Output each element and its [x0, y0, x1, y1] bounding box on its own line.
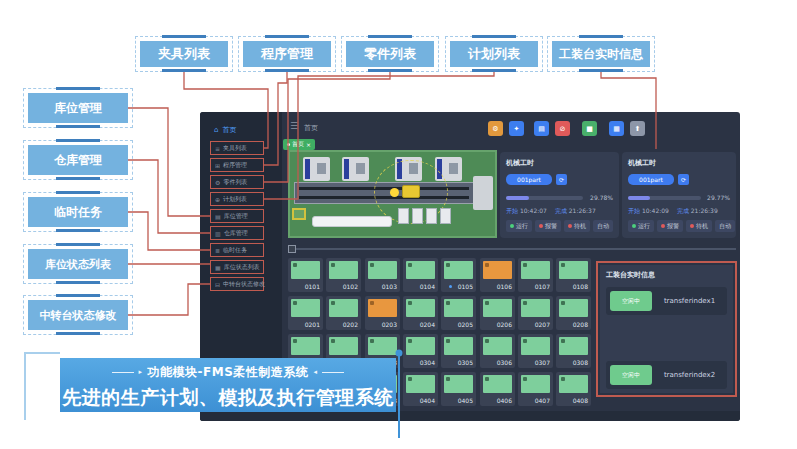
tab-home[interactable]: 首页 × — [283, 139, 315, 150]
collapse-sidebar-icon[interactable]: ☰ — [290, 121, 298, 131]
storage-tile[interactable]: 0108 — [556, 258, 591, 292]
slot-number: 0108 — [573, 283, 588, 290]
gear-icon: ⚙ — [215, 179, 220, 186]
setup-station-2 — [412, 208, 423, 224]
storage-tile[interactable]: 0207 — [518, 296, 553, 330]
pallet-slot — [483, 337, 512, 355]
storage-tile[interactable]: 0406 — [480, 372, 515, 406]
sidebar-home[interactable]: ⌂ 首页 — [214, 125, 236, 135]
slot-number: 0201 — [305, 321, 320, 328]
upload-button[interactable]: ⬆ — [630, 121, 645, 136]
storage-tile[interactable]: 0101 — [288, 258, 323, 292]
storage-tile[interactable]: 0206 — [480, 296, 515, 330]
transfer-name: transferindex2 — [652, 371, 727, 379]
storage-tile[interactable]: 0203 — [365, 296, 400, 330]
sidebar-item-program-mgmt[interactable]: ⊞程序管理 — [210, 158, 264, 172]
refresh-button[interactable]: ⟳ — [556, 174, 567, 185]
status-chip-standby: 待机 — [686, 220, 712, 232]
storage-tile[interactable]: 0104 — [403, 258, 438, 292]
sidebar-item-temp-task[interactable]: ≣临时任务 — [210, 243, 264, 257]
sidebar-item-label: 程序管理 — [223, 161, 247, 170]
sidebar-item-location-status-list[interactable]: ▦库位状态列表 — [210, 260, 264, 274]
slot-number: 0308 — [573, 359, 588, 366]
sidebar-item-part-list[interactable]: ⚙零件列表 — [210, 175, 264, 189]
callout-plan-list: 计划列表 — [450, 41, 538, 67]
storage-tile[interactable]: 0407 — [518, 372, 553, 406]
pallet-icon — [446, 339, 450, 343]
storage-tile[interactable]: 0202 — [326, 296, 361, 330]
slot-number: 0208 — [573, 321, 588, 328]
tab-label: 首页 — [292, 140, 304, 149]
stop-button[interactable]: ■ — [582, 121, 597, 136]
lock-button[interactable]: ⊘ — [555, 121, 570, 136]
storage-tile[interactable]: 0308 — [556, 334, 591, 368]
sidebar-item-fixture-list[interactable]: ≡夹具列表 — [210, 141, 264, 155]
tab-close-icon[interactable]: × — [306, 141, 311, 148]
setup-station-1 — [398, 208, 409, 224]
breadcrumb: 首页 — [304, 123, 318, 133]
storage-tile[interactable]: 0306 — [480, 334, 515, 368]
storage-tile[interactable]: 0404 — [403, 372, 438, 406]
pallet-slot — [521, 299, 550, 317]
storage-tile[interactable]: 0107 — [518, 258, 553, 292]
slot-number: 0306 — [497, 359, 512, 366]
part-button[interactable]: 001part — [628, 174, 674, 185]
settings-button[interactable]: ⚙ — [488, 121, 503, 136]
sidebar-item-location-mgmt[interactable]: ▤库位管理 — [210, 209, 264, 223]
callout-location-status-list: 库位状态列表 — [28, 249, 128, 279]
storage-tile[interactable]: 0105 — [441, 258, 476, 292]
pallet-slot — [559, 375, 588, 393]
status-chip-standby: 待机 — [564, 220, 590, 232]
panel-title: 机械工时 — [506, 158, 613, 168]
sidebar-item-label: 夹具列表 — [223, 144, 247, 153]
callout-transfer-status-edit: 中转台状态修改 — [28, 300, 128, 330]
storage-tile[interactable]: 0106 — [480, 258, 515, 292]
callout-location-mgmt: 库位管理 — [28, 93, 128, 123]
sidebar-item-label: 仓库管理 — [224, 229, 248, 238]
sidebar-item-label: 中转台状态修改 — [223, 280, 265, 289]
tab-dot-icon — [287, 143, 290, 146]
transfer-name: transferindex1 — [652, 297, 727, 305]
slot-number: 0101 — [305, 283, 320, 290]
archive-button[interactable]: ▦ — [609, 121, 624, 136]
scrollbar-handle[interactable] — [288, 245, 296, 253]
time-row: 开始 10:42:09 完成 21:26:39 — [628, 207, 730, 216]
pallet-slot — [291, 299, 320, 317]
storage-tile[interactable]: 0405 — [441, 372, 476, 406]
storage-tile[interactable]: 0204 — [403, 296, 438, 330]
storage-tile[interactable]: 0307 — [518, 334, 553, 368]
document-button[interactable]: ▤ — [534, 121, 549, 136]
sidebar-item-plan-list[interactable]: ⊕计划列表 — [210, 192, 264, 206]
plan-icon: ⊕ — [215, 196, 220, 203]
arrow-left-icon: ◂ — [313, 369, 317, 376]
slot-number: 0206 — [497, 321, 512, 328]
part-button[interactable]: 001part — [506, 174, 552, 185]
storage-tile[interactable]: 0102 — [326, 258, 361, 292]
storage-tile[interactable]: 0304 — [403, 334, 438, 368]
grid-icon: ⊞ — [215, 162, 220, 169]
slot-number: 0304 — [420, 359, 435, 366]
callout-warehouse-mgmt: 仓库管理 — [28, 145, 128, 175]
pallet-icon — [485, 377, 489, 381]
slot-number: 0405 — [458, 397, 473, 404]
robot-arm — [390, 188, 399, 197]
progress-percent: 29.78% — [590, 194, 613, 201]
storage-tile[interactable]: 0103 — [365, 258, 400, 292]
sidebar-item-warehouse-mgmt[interactable]: ▥仓库管理 — [210, 226, 264, 240]
storage-tile[interactable]: 0201 — [288, 296, 323, 330]
refresh-button[interactable]: ⟳ — [678, 174, 689, 185]
slot-number: 0205 — [458, 321, 473, 328]
pallet-slot — [521, 337, 550, 355]
pallet-slot — [291, 337, 320, 355]
status-chip-auto: 自动 — [593, 220, 613, 232]
storage-tile[interactable]: 0208 — [556, 296, 591, 330]
horizontal-scrollbar — [288, 245, 736, 254]
slot-number: 0404 — [420, 397, 435, 404]
storage-tile[interactable]: 0305 — [441, 334, 476, 368]
storage-tile[interactable]: 0408 — [556, 372, 591, 406]
approve-button[interactable]: ✦ — [509, 121, 524, 136]
pallet-icon — [485, 339, 489, 343]
pallet-slot — [329, 261, 358, 279]
storage-tile[interactable]: 0205 — [441, 296, 476, 330]
sidebar-item-transfer-status-edit[interactable]: ⊟中转台状态修改 — [210, 277, 264, 291]
